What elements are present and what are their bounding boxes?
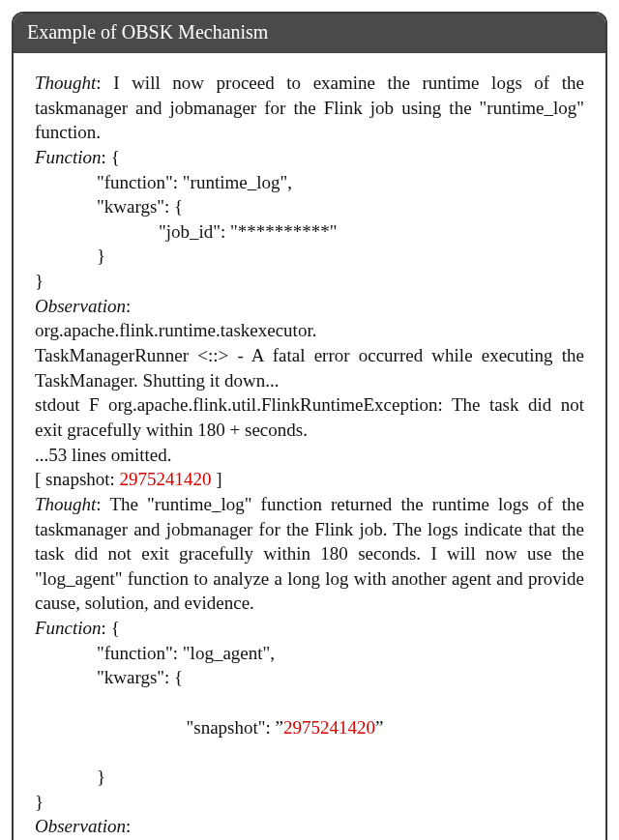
observation-2: Observation: (35, 814, 584, 839)
thought-2-text: : The "runtime_log" function returned th… (35, 494, 584, 614)
func2-l3c: ” (375, 717, 383, 738)
card-title: Example of OBSK Mechanism (14, 14, 605, 53)
snapshot-value: 2975241420 (120, 469, 212, 489)
obs-line3: stdout F org.apache.flink.util.FlinkRunt… (35, 392, 584, 442)
func1-line1: "function": "runtime_log", (35, 170, 584, 195)
function-2: Function: { (35, 616, 584, 641)
snapshot-line: [ snapshot: 2975241420 ] (35, 467, 584, 492)
obs-line4: ...53 lines omitted. (35, 443, 584, 468)
thought-label: Thought (35, 72, 96, 93)
func2-l3a: "snapshot": ” (187, 717, 283, 738)
thought-label-2: Thought (35, 494, 96, 514)
func1-line2: "kwargs": { (35, 194, 584, 219)
func2-snapshot: 2975241420 (283, 717, 375, 738)
func1-line3: "job_id": "**********" (35, 219, 584, 245)
func1-close: } (35, 269, 584, 294)
snapshot-prefix: [ snapshot: (35, 469, 120, 489)
obs-colon: : (126, 296, 131, 316)
func2-close: } (35, 790, 584, 815)
thought-2: Thought: The "runtime_log" function retu… (35, 492, 584, 616)
example-card: Example of OBSK Mechanism Thought: I wil… (12, 12, 607, 840)
function-1: Function: { (35, 145, 584, 170)
thought-1-text: : I will now proceed to examine the runt… (35, 72, 584, 142)
card-body: Thought: I will now proceed to examine t… (14, 53, 605, 840)
thought-1: Thought: I will now proceed to examine t… (35, 71, 584, 145)
func2-line4: } (35, 765, 584, 790)
observation-label: Observation (35, 296, 126, 316)
obs-line2: TaskManagerRunner <::> - A fatal error o… (35, 343, 584, 392)
func1-line4: } (35, 244, 584, 269)
func2-line2: "kwargs": { (35, 665, 584, 690)
obs-line1: org.apache.flink.runtime.taskexecutor. (35, 318, 584, 343)
observation-1: Observation: (35, 294, 584, 319)
func1-open: : { (102, 147, 120, 167)
snapshot-suffix: ] (212, 469, 222, 489)
function-label: Function (35, 147, 102, 167)
func2-line3: "snapshot": ”2975241420” (35, 690, 584, 765)
observation-label-2: Observation (35, 816, 126, 836)
function-label-2: Function (35, 618, 102, 638)
func2-line1: "function": "log_agent", (35, 641, 584, 666)
func2-open: : { (102, 618, 120, 638)
obs2-colon: : (126, 816, 131, 836)
